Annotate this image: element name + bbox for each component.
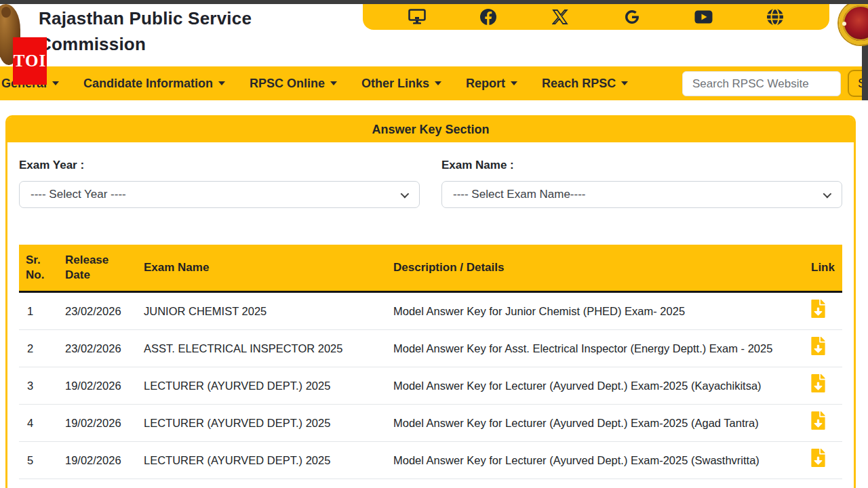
site-header: Rajasthan Public Service Commission TOI bbox=[0, 4, 868, 66]
col-header-release-date: Release Date bbox=[58, 245, 137, 292]
site-title-line1: Rajasthan Public Service bbox=[39, 5, 252, 31]
exam-year-field: Exam Year : ---- Select Year ---- bbox=[19, 159, 420, 208]
col-header-description: Description / Details bbox=[387, 245, 804, 292]
cell-exam: LECTURER (AYURVED DEPT.) 2025 bbox=[137, 442, 387, 479]
table-row: 5 19/02/2026 LECTURER (AYURVED DEPT.) 20… bbox=[19, 442, 842, 479]
toi-watermark: TOI bbox=[13, 37, 47, 85]
exam-name-select[interactable]: ---- Select Exam Name---- bbox=[441, 181, 842, 208]
filter-form: Exam Year : ---- Select Year ---- Exam N… bbox=[7, 142, 854, 208]
answer-key-table: Sr. No. Release Date Exam Name Descripti… bbox=[19, 245, 842, 488]
cell-date: 23/02/2026 bbox=[58, 330, 137, 367]
cell-date bbox=[58, 479, 137, 488]
nav-item-label: Other Links bbox=[361, 77, 429, 91]
exam-name-label: Exam Name : bbox=[441, 159, 842, 172]
cell-sr: 4 bbox=[19, 405, 58, 442]
main-navbar: General Candidate Information RPSC Onlin… bbox=[0, 66, 868, 100]
download-file-icon[interactable] bbox=[811, 449, 825, 467]
cell-sr: 5 bbox=[19, 442, 58, 479]
frame-top-bar bbox=[0, 0, 868, 4]
table-row: Model Answer Key for Lecturer (Ayurved D… bbox=[19, 479, 842, 488]
col-header-link: Link bbox=[804, 245, 842, 292]
exam-year-select[interactable]: ---- Select Year ---- bbox=[19, 181, 420, 208]
col-header-exam-name: Exam Name bbox=[137, 245, 387, 292]
table-row: 2 23/02/2026 ASST. ELECTRICAL INSPECTOR … bbox=[19, 330, 842, 367]
table-row: 3 19/02/2026 LECTURER (AYURVED DEPT.) 20… bbox=[19, 367, 842, 405]
exam-year-selected-value: ---- Select Year ---- bbox=[31, 188, 126, 201]
exam-name-field: Exam Name : ---- Select Exam Name---- bbox=[441, 159, 842, 208]
globe-icon[interactable] bbox=[766, 8, 785, 26]
exam-name-selected-value: ---- Select Exam Name---- bbox=[453, 188, 586, 201]
nav-item-reach-rpsc[interactable]: Reach RPSC bbox=[542, 77, 628, 91]
download-file-icon[interactable] bbox=[811, 337, 825, 355]
x-icon[interactable] bbox=[551, 8, 570, 26]
cell-exam: LECTURER (AYURVED DEPT.) 2025 bbox=[137, 405, 387, 442]
cell-desc: Model Answer Key for Lecturer (Ayurved D… bbox=[387, 405, 804, 442]
chevron-down-icon bbox=[218, 81, 225, 89]
youtube-icon[interactable] bbox=[694, 8, 713, 26]
chevron-down-icon bbox=[621, 81, 628, 89]
chevron-down-icon bbox=[330, 81, 337, 89]
nav-item-label: RPSC Online bbox=[250, 77, 325, 91]
chevron-down-icon bbox=[401, 189, 410, 198]
chevron-down-icon bbox=[52, 81, 59, 89]
col-header-sr-no: Sr. No. bbox=[19, 245, 58, 292]
chevron-down-icon bbox=[511, 81, 517, 89]
cell-desc: Model Answer Key for Junior Chemist (PHE… bbox=[387, 292, 804, 330]
search-input[interactable] bbox=[682, 71, 841, 96]
cell-exam: ASST. ELECTRICAL INSPECTOR 2025 bbox=[137, 330, 387, 367]
cell-sr: 1 bbox=[19, 292, 58, 330]
nav-item-other-links[interactable]: Other Links bbox=[361, 77, 441, 91]
cell-date: 23/02/2026 bbox=[58, 292, 137, 330]
download-file-icon[interactable] bbox=[811, 374, 825, 392]
cell-sr: 3 bbox=[19, 367, 58, 405]
chevron-down-icon bbox=[823, 189, 832, 198]
cell-desc: Model Answer Key for Lecturer (Ayurved D… bbox=[387, 479, 804, 488]
chevron-down-icon bbox=[435, 81, 441, 89]
download-file-icon[interactable] bbox=[811, 300, 825, 318]
nav-item-rpsc-online[interactable]: RPSC Online bbox=[250, 77, 337, 91]
nav-item-report[interactable]: Report bbox=[466, 77, 517, 91]
google-icon[interactable] bbox=[623, 8, 641, 26]
cell-date: 19/02/2026 bbox=[58, 367, 137, 405]
monitor-icon[interactable] bbox=[408, 8, 426, 26]
cell-sr bbox=[19, 479, 58, 488]
answer-key-card: Answer Key Section Exam Year : ---- Sele… bbox=[5, 115, 856, 488]
cell-date: 19/02/2026 bbox=[58, 442, 137, 479]
cell-desc: Model Answer Key for Asst. Electrical In… bbox=[387, 330, 804, 367]
cell-sr: 2 bbox=[19, 330, 58, 367]
table-row: 1 23/02/2026 JUNIOR CHEMIST 2025 Model A… bbox=[19, 292, 842, 330]
nav-item-candidate-information[interactable]: Candidate Information bbox=[83, 77, 225, 91]
nav-item-label: Reach RPSC bbox=[542, 77, 616, 91]
table-row: 4 19/02/2026 LECTURER (AYURVED DEPT.) 20… bbox=[19, 405, 842, 442]
nav-menu: General Candidate Information RPSC Onlin… bbox=[1, 66, 628, 100]
nav-item-label: Candidate Information bbox=[83, 77, 213, 91]
cell-desc: Model Answer Key for Lecturer (Ayurved D… bbox=[387, 367, 804, 405]
cell-exam: LECTURER (AYURVED DEPT.) 2025 bbox=[137, 367, 387, 405]
social-links-bar bbox=[363, 4, 829, 30]
nav-item-label: Report bbox=[466, 77, 505, 91]
cell-date: 19/02/2026 bbox=[58, 405, 137, 442]
site-title-line2: Commission bbox=[39, 31, 252, 57]
table-header-row: Sr. No. Release Date Exam Name Descripti… bbox=[19, 245, 842, 292]
cell-exam: JUNIOR CHEMIST 2025 bbox=[137, 292, 387, 330]
exam-year-label: Exam Year : bbox=[19, 159, 420, 172]
cell-exam bbox=[137, 479, 387, 488]
site-title: Rajasthan Public Service Commission bbox=[39, 5, 252, 57]
cell-desc: Model Answer Key for Lecturer (Ayurved D… bbox=[387, 442, 804, 479]
facebook-icon[interactable] bbox=[479, 8, 498, 26]
rpsc-logo bbox=[839, 1, 868, 45]
section-title: Answer Key Section bbox=[7, 117, 854, 142]
download-file-icon[interactable] bbox=[811, 411, 825, 430]
